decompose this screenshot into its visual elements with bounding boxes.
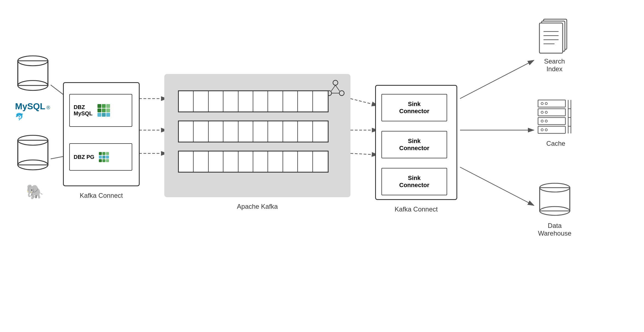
svg-line-10 — [460, 167, 534, 205]
svg-point-24 — [339, 91, 344, 96]
dbz-pg-box: DBZ PG — [69, 143, 132, 171]
svg-rect-30 — [539, 23, 563, 53]
mysql-logo: MySQL ® 🐬 — [15, 101, 50, 121]
svg-point-42 — [545, 111, 547, 113]
svg-point-39 — [541, 102, 543, 105]
svg-rect-37 — [538, 118, 565, 125]
sink-kafka-connect-box: Sink Connector Sink Connector Sink Conne… — [375, 85, 457, 200]
data-warehouse-label: Data Warehouse — [538, 222, 571, 237]
topic-row-3 — [178, 151, 329, 173]
dbz-mysql-box: DBZ MySQL — [69, 94, 132, 127]
kafka-nodes-icon — [326, 79, 345, 100]
svg-line-7 — [350, 153, 378, 155]
sink-connector-2: Sink Connector — [381, 131, 447, 158]
svg-point-22 — [333, 80, 338, 85]
sink-connector-3: Sink Connector — [381, 168, 447, 195]
svg-line-26 — [335, 85, 340, 91]
mysql-db-icon — [16, 55, 49, 93]
data-warehouse-destination: Data Warehouse — [538, 181, 571, 237]
postgres-logo: 🐘 — [26, 184, 44, 200]
cache-label: Cache — [546, 140, 565, 147]
cache-destination: Cache — [537, 99, 575, 147]
sink-connector-1: Sink Connector — [381, 94, 447, 121]
svg-point-41 — [541, 111, 543, 113]
kafka-nodes-svg — [326, 79, 345, 99]
topic-row-2 — [178, 121, 329, 142]
topic-cell — [179, 91, 194, 111]
dbz-mysql-grid — [97, 104, 110, 117]
svg-point-43 — [541, 120, 543, 122]
dbz-pg-grid — [99, 152, 109, 162]
svg-point-44 — [545, 120, 547, 122]
search-index-destination: Search Index — [537, 16, 572, 73]
apache-kafka-box — [164, 74, 350, 197]
svg-line-8 — [460, 60, 534, 99]
source-kafka-connect-box: DBZ MySQL DBZ PG — [63, 82, 140, 186]
mysql-subtitle: 🐬 — [15, 113, 50, 121]
data-warehouse-icon — [538, 181, 571, 219]
svg-line-5 — [350, 99, 378, 105]
source-kc-label: Kafka Connect — [63, 192, 140, 199]
sink-kc-label: Kafka Connect — [375, 205, 457, 213]
mysql-db — [16, 55, 49, 93]
dbz-mysql-label: DBZ MySQL — [74, 104, 93, 117]
svg-point-46 — [545, 129, 547, 131]
kafka-topics — [178, 88, 329, 175]
apache-kafka-label: Apache Kafka — [164, 203, 350, 210]
diagram-container: MySQL ® 🐬 🐘 DBZ MySQL — [0, 0, 644, 332]
postgres-db — [16, 134, 49, 173]
topic-row-1 — [178, 90, 329, 112]
svg-point-45 — [541, 129, 543, 131]
mysql-text: MySQL — [15, 101, 45, 111]
svg-rect-36 — [538, 109, 565, 116]
cache-icon — [537, 99, 575, 137]
svg-line-25 — [331, 85, 335, 91]
svg-rect-38 — [538, 126, 565, 133]
postgres-db-icon — [16, 134, 49, 173]
search-index-icon — [537, 16, 572, 55]
svg-rect-35 — [538, 100, 565, 107]
search-index-label: Search Index — [544, 58, 565, 73]
mysql-registered: ® — [47, 105, 50, 110]
svg-point-40 — [545, 102, 547, 105]
